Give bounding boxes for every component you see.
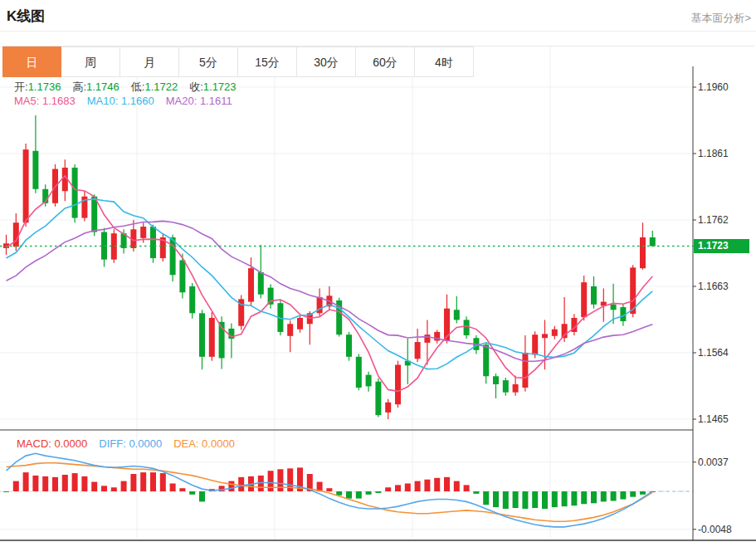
candle-body bbox=[424, 334, 430, 343]
candle-body bbox=[179, 260, 185, 292]
macd-bar bbox=[111, 487, 117, 491]
y-axis-label: 0.0037 bbox=[698, 457, 729, 468]
candle-body bbox=[385, 403, 391, 413]
macd-bar bbox=[415, 481, 421, 491]
legend-item: MA20: 1.1611 bbox=[166, 95, 232, 107]
y-axis-label: 1.1861 bbox=[698, 148, 729, 159]
macd-legend: MACD: 0.0000DIFF: 0.0000DEA: 0.0000 bbox=[17, 437, 246, 450]
candle-body bbox=[268, 288, 274, 305]
y-axis-label: 1.1564 bbox=[698, 347, 729, 359]
macd-bar bbox=[91, 482, 97, 491]
macd-bar bbox=[32, 476, 38, 491]
legend-item: MA5: 1.1683 bbox=[14, 95, 76, 107]
candle-body bbox=[297, 318, 303, 330]
candle-body bbox=[150, 227, 156, 258]
legend-item: DEA: 0.0000 bbox=[173, 437, 235, 450]
candle-body bbox=[140, 227, 146, 238]
ma-legend: MA5: 1.1683MA10: 1.1660MA20: 1.1611 bbox=[14, 95, 244, 107]
macd-bar bbox=[228, 481, 234, 491]
legend-item: 低:1.1722 bbox=[131, 81, 178, 93]
macd-bar bbox=[444, 477, 450, 491]
candle-body bbox=[552, 330, 558, 336]
macd-bar bbox=[375, 491, 381, 493]
y-axis-label: 1.1960 bbox=[698, 81, 729, 93]
y-axis-label: 1.1465 bbox=[698, 413, 729, 425]
macd-bar bbox=[424, 480, 430, 491]
macd-bar bbox=[473, 491, 479, 494]
macd-bar bbox=[630, 491, 636, 497]
period-tab-bar: 日周月5分15分30分60分4时 bbox=[2, 46, 474, 77]
macd-bar bbox=[52, 477, 58, 491]
candle-body bbox=[581, 282, 587, 317]
tab-4时[interactable]: 4时 bbox=[415, 46, 474, 77]
ohlc-legend: 开:1.1736高:1.1746低:1.1722收:1.1723 bbox=[14, 80, 248, 95]
macd-bar bbox=[395, 485, 401, 491]
tab-60分[interactable]: 60分 bbox=[356, 46, 415, 77]
macd-bar bbox=[483, 491, 489, 505]
candle-body bbox=[72, 168, 78, 218]
candle-body bbox=[13, 222, 19, 247]
tab-周[interactable]: 周 bbox=[61, 46, 120, 77]
candle-body bbox=[170, 237, 176, 275]
tab-5分[interactable]: 5分 bbox=[179, 46, 238, 77]
candle-body bbox=[532, 334, 538, 354]
macd-bar bbox=[581, 491, 587, 504]
candle-body bbox=[32, 151, 38, 189]
candle-body bbox=[522, 353, 528, 388]
macd-bar bbox=[238, 477, 244, 491]
tab-月[interactable]: 月 bbox=[120, 46, 179, 77]
macd-bar bbox=[140, 472, 146, 491]
macd-bar bbox=[434, 478, 440, 491]
macd-bar bbox=[72, 473, 78, 491]
candle-body bbox=[395, 365, 401, 405]
candle-body bbox=[23, 149, 29, 222]
macd-bar bbox=[640, 491, 646, 495]
legend-item: 高:1.1746 bbox=[72, 81, 119, 93]
macd-bar bbox=[179, 488, 185, 491]
candle-body bbox=[199, 313, 205, 357]
macd-bar bbox=[3, 491, 9, 492]
legend-item: MACD: 0.0000 bbox=[17, 437, 87, 450]
macd-bar bbox=[326, 488, 332, 491]
candle-body bbox=[356, 357, 362, 388]
legend-item: 收:1.1723 bbox=[189, 81, 236, 93]
macd-bar bbox=[356, 491, 362, 499]
candle-body bbox=[209, 318, 215, 357]
macd-bar bbox=[189, 491, 195, 495]
candle-body bbox=[513, 384, 519, 393]
macd-bar bbox=[170, 483, 176, 491]
macd-bar bbox=[503, 491, 509, 509]
macd-bar bbox=[454, 481, 460, 491]
tab-30分[interactable]: 30分 bbox=[297, 46, 356, 77]
candle-body bbox=[91, 197, 97, 232]
candle-body bbox=[640, 237, 646, 268]
tab-日[interactable]: 日 bbox=[2, 46, 61, 77]
tab-15分[interactable]: 15分 bbox=[238, 46, 297, 77]
macd-bar bbox=[542, 491, 548, 509]
last-price-tag: 1.1723 bbox=[694, 239, 749, 253]
macd-bar bbox=[101, 486, 107, 491]
macd-bar bbox=[513, 491, 519, 508]
macd-bar bbox=[13, 481, 19, 491]
candle-body bbox=[454, 310, 460, 320]
y-axis-label: 1.1762 bbox=[698, 214, 729, 226]
candle-body bbox=[375, 382, 381, 415]
candle-body bbox=[248, 268, 254, 301]
legend-item: 开:1.1736 bbox=[14, 81, 61, 93]
macd-bar bbox=[346, 491, 352, 499]
macd-bar bbox=[366, 491, 372, 495]
candle-body bbox=[464, 320, 470, 335]
fundamental-analysis-link[interactable]: 基本面分析> bbox=[690, 11, 751, 26]
macd-bar bbox=[62, 475, 68, 491]
macd-bar bbox=[591, 491, 597, 503]
macd-bar bbox=[150, 472, 156, 491]
macd-bar bbox=[464, 485, 470, 491]
macd-bar bbox=[571, 491, 577, 505]
page-title: K线图 bbox=[7, 7, 45, 26]
macd-bar bbox=[522, 491, 528, 509]
candle-body bbox=[493, 376, 499, 384]
candle-body bbox=[591, 286, 597, 305]
macd-bar bbox=[199, 491, 205, 501]
legend-item: MA10: 1.1660 bbox=[87, 95, 154, 107]
legend-item: DIFF: 0.0000 bbox=[99, 437, 162, 450]
